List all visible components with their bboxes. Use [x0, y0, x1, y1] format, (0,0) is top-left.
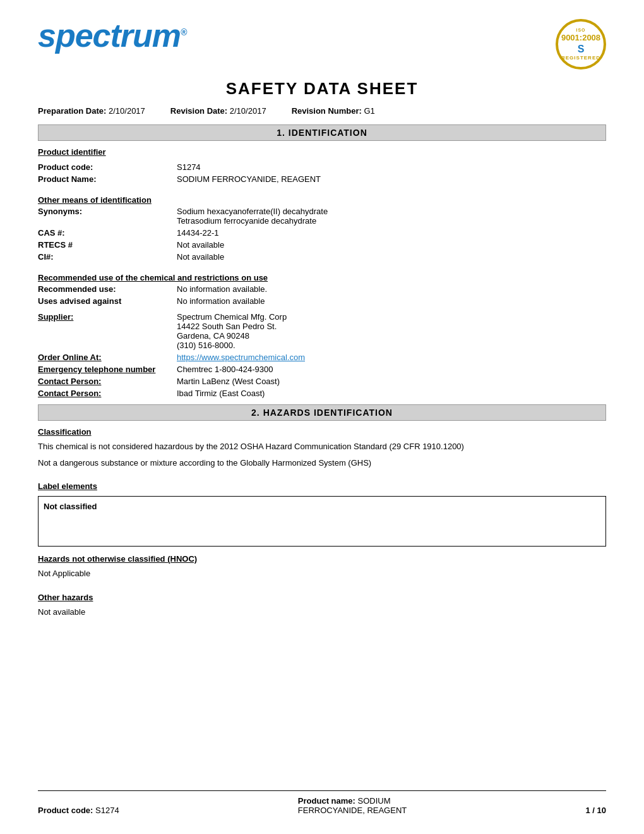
ci-row: CI#: Not available: [38, 252, 606, 262]
contact-person-value2: Ibad Tirmiz (East Coast): [177, 389, 606, 398]
logo-container: spectrum®: [38, 19, 186, 52]
section2-header: 2. HAZARDS IDENTIFICATION: [38, 404, 606, 421]
uses-advised-value: No information available: [177, 296, 606, 306]
other-means-label: Other means of identification: [38, 195, 606, 205]
cas-value: 14434-22-1: [177, 228, 606, 238]
product-name-value: SODIUM FERROCYANIDE, REAGENT: [177, 174, 606, 184]
recommended-use-section-label: Recommended use of the chemical and rest…: [38, 273, 606, 282]
synonyms-value: Sodium hexacyanoferrate(II) decahydrate …: [177, 207, 606, 226]
section2-content: Classification This chemical is not cons…: [38, 427, 606, 618]
contact-person-row1: Contact Person: Martin LaBenz (West Coas…: [38, 377, 606, 386]
product-name-row: Product Name: SODIUM FERROCYANIDE, REAGE…: [38, 174, 606, 184]
emergency-tel-row: Emergency telephone number Chemtrec 1-80…: [38, 365, 606, 374]
page-header: spectrum® ISO 9001:2008 S REGISTERED: [38, 19, 606, 70]
product-code-row: Product code: S1274: [38, 162, 606, 172]
order-online-value[interactable]: https://www.spectrumchemical.com: [177, 353, 606, 362]
footer-product-name-label: Product name:: [298, 796, 355, 806]
synonyms-label: Synonyms:: [38, 207, 177, 226]
hnoc-label: Hazards not otherwise classified (HNOC): [38, 554, 606, 564]
contact-person-value1: Martin LaBenz (West Coast): [177, 377, 606, 386]
preparation-date-value: 2/10/2017: [109, 106, 145, 116]
uses-advised-label: Uses advised against: [38, 296, 177, 306]
other-hazards-value: Not available: [38, 606, 606, 619]
recommended-use-value: No information available.: [177, 284, 606, 294]
revision-number: Revision Number: G1: [292, 106, 375, 116]
product-name-label: Product Name:: [38, 174, 177, 184]
other-hazards-label: Other hazards: [38, 593, 606, 602]
footer-product-name: Product name: SODIUM FERROCYANIDE, REAGE…: [298, 796, 407, 815]
page-title: SAFETY DATA SHEET: [38, 79, 606, 99]
registered-symbol: ®: [181, 27, 186, 37]
cas-label: CAS #:: [38, 228, 177, 238]
contact-person-row2: Contact Person: Ibad Tirmiz (East Coast): [38, 389, 606, 398]
revision-date-label: Revision Date:: [170, 106, 227, 116]
order-online-label: Order Online At:: [38, 353, 177, 362]
supplier-label: Supplier:: [38, 312, 177, 350]
order-online-row: Order Online At: https://www.spectrumche…: [38, 353, 606, 362]
supplier-value: Spectrum Chemical Mfg. Corp 14422 South …: [177, 312, 606, 350]
spectrum-logo: spectrum®: [38, 17, 186, 54]
contact-person-label1: Contact Person:: [38, 377, 177, 386]
preparation-date-label: Preparation Date:: [38, 106, 106, 116]
rtecs-label: RTECS #: [38, 240, 177, 250]
classification-text2: Not a dangerous substance or mixture acc…: [38, 457, 606, 469]
footer-product-code-label: Product code:: [38, 806, 93, 815]
footer-product-code-value: S1274: [95, 806, 119, 815]
not-classified-text: Not classified: [44, 502, 97, 511]
classification-label: Classification: [38, 427, 606, 437]
section1-header: 1. IDENTIFICATION: [38, 124, 606, 141]
rtecs-row: RTECS # Not available: [38, 240, 606, 250]
label-box: Not classified: [38, 496, 606, 547]
revision-number-value: G1: [364, 106, 375, 116]
meta-row: Preparation Date: 2/10/2017 Revision Dat…: [38, 106, 606, 116]
product-code-label: Product code:: [38, 162, 177, 172]
product-code-value: S1274: [177, 162, 606, 172]
revision-date: Revision Date: 2/10/2017: [170, 106, 266, 116]
order-online-link[interactable]: https://www.spectrumchemical.com: [177, 353, 305, 362]
ci-label: CI#:: [38, 252, 177, 262]
footer-page-number: 1 / 10: [585, 806, 606, 815]
emergency-tel-value: Chemtrec 1-800-424-9300: [177, 365, 606, 374]
footer-product-name-line1: SODIUM: [357, 796, 390, 806]
iso-badge: ISO 9001:2008 S REGISTERED: [556, 19, 606, 70]
preparation-date: Preparation Date: 2/10/2017: [38, 106, 145, 116]
revision-date-value: 2/10/2017: [230, 106, 266, 116]
revision-number-label: Revision Number:: [292, 106, 362, 116]
supplier-row: Supplier: Spectrum Chemical Mfg. Corp 14…: [38, 312, 606, 350]
section1-content: Product identifier Product code: S1274 P…: [38, 147, 606, 398]
page-footer: Product code: S1274 Product name: SODIUM…: [38, 790, 606, 815]
product-identifier-label: Product identifier: [38, 147, 606, 157]
hnoc-value: Not Applicable: [38, 567, 606, 580]
rtecs-value: Not available: [177, 240, 606, 250]
ci-value: Not available: [177, 252, 606, 262]
cas-row: CAS #: 14434-22-1: [38, 228, 606, 238]
recommended-use-row: Recommended use: No information availabl…: [38, 284, 606, 294]
emergency-tel-label: Emergency telephone number: [38, 365, 177, 374]
contact-person-label2: Contact Person:: [38, 389, 177, 398]
synonyms-row: Synonyms: Sodium hexacyanoferrate(II) de…: [38, 207, 606, 226]
footer-product-name-line2: FERROCYANIDE, REAGENT: [298, 806, 407, 815]
recommended-use-label: Recommended use:: [38, 284, 177, 294]
footer-product-code: Product code: S1274: [38, 806, 119, 815]
label-elements-label: Label elements: [38, 481, 606, 491]
classification-text1: This chemical is not considered hazardou…: [38, 440, 606, 453]
uses-advised-row: Uses advised against No information avai…: [38, 296, 606, 306]
